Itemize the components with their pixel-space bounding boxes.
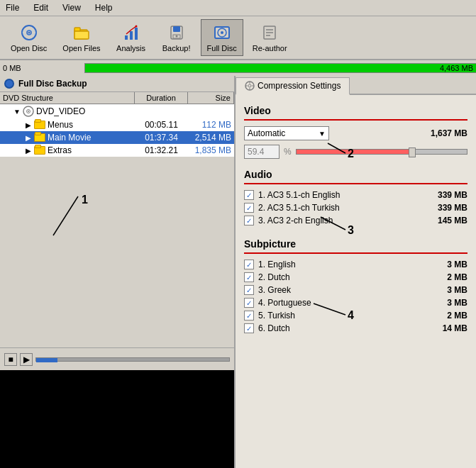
- backup-button[interactable]: Backup!: [155, 19, 198, 56]
- left-panel-title: Full Disc Backup: [18, 79, 87, 89]
- svg-point-28: [248, 84, 251, 87]
- sub-checkbox-4[interactable]: [244, 311, 254, 321]
- expand-extras[interactable]: ▶: [23, 147, 34, 155]
- svg-rect-6: [74, 31, 89, 39]
- sub-size-3: 3 MB: [447, 298, 467, 308]
- video-row: Automatic ▼ 1,637 MB: [244, 126, 467, 140]
- sub-checkbox-3[interactable]: [244, 298, 254, 308]
- backup-icon: [167, 23, 187, 43]
- panel-icon: [4, 79, 14, 89]
- sub-checkbox-0[interactable]: [244, 260, 254, 269]
- main-movie-folder-icon: [34, 133, 45, 142]
- svg-rect-7: [125, 35, 128, 40]
- menus-duration: 00:05.11: [135, 120, 188, 130]
- sub-label-1: 2. Dutch: [258, 272, 443, 282]
- compression-settings-tab[interactable]: Compression Settings: [236, 77, 350, 95]
- compression-row: 59.4 %: [244, 145, 467, 159]
- subpicture-section: Subpicture 1. English 3 MB 2. Dutch 2 MB…: [244, 234, 467, 333]
- tree-item-dvd-video[interactable]: ▼ DVD_VIDEO: [0, 104, 234, 118]
- open-disc-button[interactable]: Open Disc: [4, 19, 53, 56]
- menu-edit[interactable]: Edit: [31, 1, 51, 14]
- expand-dvd-video[interactable]: ▼: [11, 108, 23, 116]
- extras-label: Extras: [48, 145, 135, 155]
- playback-slider[interactable]: [35, 357, 230, 362]
- audio-section-header: Audio: [244, 165, 467, 184]
- main-movie-label: Main Movie: [48, 133, 135, 143]
- menu-bar: File Edit View Help: [0, 0, 476, 16]
- audio-label-0: 1. AC3 5.1-ch English: [258, 190, 433, 200]
- progress-bar: [84, 63, 476, 73]
- expand-menus[interactable]: ▶: [23, 121, 34, 129]
- sub-size-2: 3 MB: [447, 285, 467, 295]
- audio-size-1: 339 MB: [438, 203, 467, 213]
- menus-folder-icon: [34, 121, 45, 129]
- compression-slider-fill: [297, 150, 416, 154]
- menus-size: 112 MB: [188, 120, 234, 130]
- sub-checkbox-1[interactable]: [244, 272, 254, 282]
- stop-button[interactable]: ■: [4, 353, 17, 366]
- play-icon: ▶: [23, 355, 30, 364]
- menu-file[interactable]: File: [3, 1, 22, 14]
- sub-item-0: 1. English 3 MB: [244, 260, 467, 269]
- sub-size-1: 2 MB: [447, 272, 467, 282]
- audio-checkbox-1[interactable]: [244, 203, 254, 213]
- extras-folder-icon: [34, 146, 45, 155]
- sub-item-3: 4. Portuguese 3 MB: [244, 298, 467, 308]
- toolbar: Open Disc Open Files Analysis: [0, 16, 476, 60]
- audio-label-2: 3. AC3 2-ch English: [258, 216, 433, 225]
- col-size: Size: [188, 92, 234, 104]
- col-structure: DVD Structure: [0, 92, 135, 104]
- sub-checkbox-5[interactable]: [244, 323, 254, 333]
- playback-thumb: [36, 358, 57, 362]
- compression-tab-label: Compression Settings: [258, 81, 341, 91]
- extras-duration: 01:32.21: [135, 145, 188, 155]
- sub-label-4: 5. Turkish: [258, 311, 443, 321]
- svg-rect-8: [130, 31, 133, 40]
- tree-item-menus[interactable]: ▶ Menus 00:05.11 112 MB: [0, 118, 234, 131]
- sub-item-1: 2. Dutch 2 MB: [244, 272, 467, 282]
- expand-main-movie[interactable]: ▶: [23, 134, 34, 142]
- tree-item-extras[interactable]: ▶ Extras 01:32.21 1,835 MB: [0, 144, 234, 157]
- compression-value: 59.4: [244, 145, 279, 159]
- full-disc-button[interactable]: Full Disc: [201, 19, 243, 56]
- svg-point-10: [135, 26, 137, 28]
- svg-point-2: [28, 32, 30, 34]
- sub-label-0: 1. English: [258, 260, 443, 269]
- tree-item-main-movie[interactable]: ▶ Main Movie 01:37.34 2,514 MB: [0, 131, 234, 144]
- right-panel: Compression Settings Video Automatic ▼ 1…: [236, 76, 476, 468]
- compression-slider[interactable]: [296, 149, 467, 155]
- compression-content: Video Automatic ▼ 1,637 MB 59.4 % Audio: [236, 95, 476, 468]
- audio-checkbox-0[interactable]: [244, 190, 254, 200]
- open-files-button[interactable]: Open Files: [56, 19, 106, 56]
- stop-icon: ■: [8, 355, 13, 364]
- left-panel: Full Disc Backup DVD Structure Duration …: [0, 76, 236, 468]
- video-size: 1,637 MB: [431, 128, 467, 138]
- main-movie-duration: 01:37.34: [135, 133, 188, 143]
- open-disc-label: Open Disc: [11, 44, 47, 52]
- compression-pct: %: [284, 147, 292, 157]
- progress-left-label: 0 MB: [3, 64, 21, 72]
- sub-checkbox-2[interactable]: [244, 285, 254, 295]
- sub-label-2: 3. Greek: [258, 285, 443, 295]
- play-button[interactable]: ▶: [20, 353, 33, 366]
- video-mode-dropdown[interactable]: Automatic ▼: [244, 126, 329, 140]
- sub-size-0: 3 MB: [447, 260, 467, 269]
- analysis-label: Analysis: [116, 44, 145, 52]
- menu-view[interactable]: View: [60, 1, 84, 14]
- audio-size-0: 339 MB: [438, 190, 467, 200]
- compression-slider-thumb[interactable]: [409, 147, 416, 157]
- extras-size: 1,835 MB: [188, 145, 234, 155]
- analysis-button[interactable]: Analysis: [110, 19, 153, 56]
- svg-point-14: [175, 35, 177, 38]
- sub-label-3: 4. Portuguese: [258, 298, 443, 308]
- audio-checkbox-2[interactable]: [244, 216, 254, 225]
- menu-help[interactable]: Help: [92, 1, 116, 14]
- col-duration: Duration: [135, 92, 188, 104]
- sub-item-5: 6. Dutch 14 MB: [244, 323, 467, 333]
- re-author-button[interactable]: Re-author: [246, 19, 294, 56]
- menus-label: Menus: [48, 120, 135, 130]
- analysis-icon: [121, 23, 141, 43]
- annotation-1-text: 1: [82, 194, 88, 206]
- compression-tab-icon: [245, 81, 255, 91]
- svg-point-25: [28, 111, 29, 112]
